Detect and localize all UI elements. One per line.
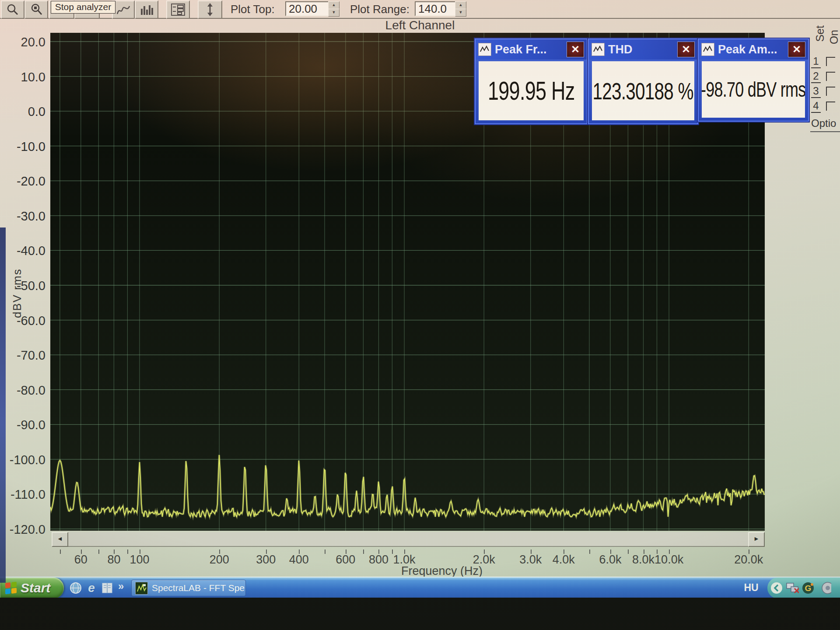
x-tick-label: 400 — [275, 553, 323, 567]
bar-spectrum-icon — [140, 3, 154, 16]
waveform-icon — [701, 43, 714, 56]
monitor-bezel — [0, 598, 840, 630]
close-icon[interactable]: ✕ — [567, 42, 584, 57]
y-tick-label: -100.0 — [0, 453, 46, 467]
taskbar: Start e » SpectraLAB - FFT Spe... HU — [0, 577, 840, 598]
meter-title: Peak Am... — [718, 43, 777, 56]
plot-top-spinner[interactable]: ▲ ▼ — [328, 1, 339, 16]
overlay-set-button[interactable]: 1 — [811, 55, 821, 68]
set-column-label: Set — [814, 25, 826, 42]
stop-analyzer-tooltip: Stop analyzer — [51, 1, 116, 14]
y-tick-label: 10.0 — [0, 70, 46, 84]
settings-list-icon — [171, 3, 186, 16]
zoom-icon — [6, 3, 20, 16]
x-tick-label: 200 — [195, 553, 243, 567]
peak-amplitude-value: -98.70 dBV rms — [702, 61, 805, 118]
close-icon[interactable]: ✕ — [788, 42, 805, 57]
start-button[interactable]: Start — [0, 578, 64, 598]
address-book-icon[interactable] — [101, 581, 114, 595]
monitor-screen: Stop analyzer Plot Top: 20.00 ▲ ▼ Plot R… — [0, 0, 840, 598]
spin-down-icon[interactable]: ▼ — [455, 9, 466, 17]
overlay-on-checkbox[interactable] — [826, 102, 835, 111]
chevron-more-icon[interactable]: » — [118, 580, 124, 592]
x-tick-label: 20.0k — [724, 553, 773, 567]
ie-globe-icon[interactable] — [69, 581, 82, 595]
task-label: SpectraLAB - FFT Spe... — [152, 583, 246, 593]
peak-frequency-value: 199.95 Hz — [479, 61, 584, 120]
taskbar-task-spectralab[interactable]: SpectraLAB - FFT Spe... — [131, 580, 246, 596]
thd-window: THD ✕ 123.30188 % — [588, 38, 698, 124]
meter-title: Peak Fr... — [495, 43, 547, 56]
windows-flag-icon — [5, 582, 17, 595]
options-link[interactable]: Optio — [811, 117, 836, 130]
overlay-control-panel: Set On 1 2 3 4 Optio — [810, 20, 840, 151]
spectralab-icon — [135, 582, 148, 595]
spin-down-icon[interactable]: ▼ — [328, 9, 340, 17]
zoom-select-button[interactable] — [24, 0, 48, 19]
y-tick-label: 0.0 — [0, 105, 46, 119]
system-tray: G — [767, 578, 840, 598]
plot-scrollbar[interactable]: ◄ ► — [52, 532, 765, 547]
y-tick-label: -30.0 — [0, 209, 46, 224]
svg-text:G: G — [805, 584, 812, 593]
start-label: Start — [21, 581, 50, 595]
plot-range-label: Plot Range: — [350, 3, 410, 16]
meter-title: THD — [608, 43, 633, 56]
close-icon[interactable]: ✕ — [677, 42, 695, 57]
x-axis-title: Frequency (Hz) — [332, 564, 551, 578]
peak-amplitude-titlebar[interactable]: Peak Am... ✕ — [699, 39, 808, 60]
x-tick-label: 10.0k — [645, 553, 693, 567]
time-series-icon — [116, 3, 130, 16]
overlay-set-button[interactable]: 3 — [811, 85, 821, 98]
plot-range-spinner[interactable]: ▲ ▼ — [455, 1, 466, 16]
y-tick-label: 20.0 — [0, 35, 46, 49]
overlay-on-checkbox[interactable] — [826, 87, 835, 96]
plot-range-input[interactable]: 140.0 — [415, 1, 458, 16]
plot-top-label: Plot Top: — [231, 3, 275, 16]
peak-frequency-window: Peak Fr... ✕ 199.95 Hz — [475, 38, 588, 124]
g-app-icon[interactable]: G — [802, 581, 815, 595]
spectrum-view-button[interactable] — [135, 0, 158, 19]
y-tick-label: -90.0 — [0, 418, 46, 432]
ie-e-icon[interactable]: e — [85, 581, 98, 595]
plot-top-input[interactable]: 20.00 — [285, 1, 330, 16]
peak-amplitude-window: Peak Am... ✕ -98.70 dBV rms — [698, 38, 809, 122]
zoom-button[interactable] — [1, 0, 24, 19]
vertical-scale-icon — [203, 3, 217, 17]
y-tick-label: -10.0 — [0, 140, 46, 154]
settings-list-button[interactable] — [166, 0, 190, 19]
waveform-icon — [592, 43, 605, 56]
thd-titlebar[interactable]: THD ✕ — [589, 39, 697, 60]
network-disconnected-icon[interactable] — [786, 581, 799, 595]
clipped-tray-icon[interactable] — [818, 581, 831, 595]
on-column-label: On — [828, 30, 840, 44]
panel-divider — [810, 131, 840, 132]
language-indicator[interactable]: HU — [741, 582, 761, 594]
scroll-left-button[interactable]: ◄ — [52, 532, 68, 547]
x-tick-label: 100 — [116, 553, 164, 567]
y-tick-label: -80.0 — [0, 383, 46, 398]
overlay-on-checkbox[interactable] — [826, 72, 835, 81]
spin-up-icon[interactable]: ▲ — [455, 1, 466, 9]
y-tick-label: -20.0 — [0, 174, 46, 189]
spin-up-icon[interactable]: ▲ — [328, 1, 340, 9]
channel-title: Left Channel — [0, 18, 840, 33]
overlay-set-button[interactable]: 2 — [811, 70, 821, 83]
y-axis-title: dBV rms — [10, 236, 25, 350]
y-tick-label: -120.0 — [0, 522, 46, 537]
zoom-select-icon — [29, 3, 43, 16]
photo-edge-artifact — [0, 228, 6, 583]
thd-value: 123.30188 % — [592, 61, 694, 120]
overlay-on-checkbox[interactable] — [826, 57, 835, 66]
toolbar: Stop analyzer Plot Top: 20.00 ▲ ▼ Plot R… — [0, 0, 840, 19]
vertical-scale-button[interactable] — [198, 0, 222, 19]
waveform-icon — [478, 43, 491, 56]
hide-icons-icon[interactable] — [770, 581, 783, 595]
y-tick-label: -70.0 — [0, 348, 46, 363]
scroll-right-button[interactable]: ► — [748, 532, 765, 547]
peak-frequency-titlebar[interactable]: Peak Fr... ✕ — [476, 39, 587, 60]
y-tick-label: -110.0 — [0, 487, 46, 502]
overlay-set-button[interactable]: 4 — [811, 100, 821, 113]
